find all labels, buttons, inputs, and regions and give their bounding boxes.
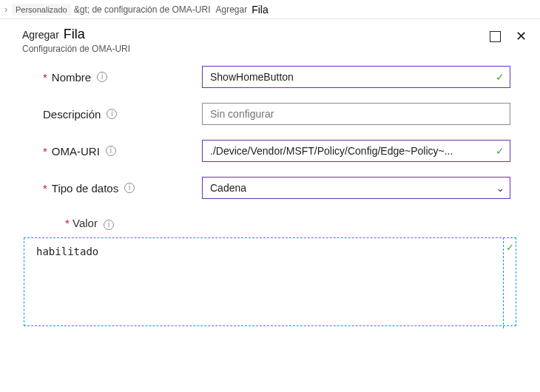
panel-header: Agregar Fila Configuración de OMA-URI ✕	[0, 19, 540, 58]
chevron-right-icon: ›	[3, 4, 9, 15]
breadcrumb: › Personalizado &gt; de configuración de…	[0, 0, 540, 19]
row-nombre: * Nombre i ✓	[43, 66, 510, 88]
label-descripcion: Descripción i	[43, 108, 202, 121]
label-tipo-datos-text: Tipo de datos	[52, 182, 118, 195]
breadcrumb-item-custom[interactable]: Personalizado	[12, 4, 71, 16]
descripcion-input[interactable]	[202, 103, 510, 125]
tipo-datos-value: Cadena	[210, 182, 246, 194]
required-asterisk: *	[65, 217, 70, 229]
row-omauri: * OMA-URI i ✓	[43, 140, 510, 162]
panel-controls: ✕	[490, 27, 527, 43]
nombre-input[interactable]	[202, 66, 510, 88]
breadcrumb-item-add-prefix: Agregar	[215, 4, 247, 15]
required-asterisk: *	[43, 71, 47, 84]
row-valor-label: * Valor i	[43, 214, 510, 237]
maximize-icon[interactable]	[490, 31, 501, 42]
breadcrumb-item-add-main: Fila	[252, 4, 269, 16]
panel-subtitle: Configuración de OMA-URI	[22, 44, 130, 54]
info-icon[interactable]: i	[104, 220, 114, 230]
label-valor-text: Valor	[72, 217, 98, 229]
field-tipo-datos: Cadena ⌄	[202, 177, 510, 199]
required-asterisk: *	[43, 182, 47, 195]
tipo-datos-select[interactable]: Cadena	[202, 177, 510, 199]
field-nombre: ✓	[202, 66, 510, 88]
info-icon[interactable]: i	[106, 146, 116, 156]
field-valor: ✓	[24, 237, 516, 328]
required-asterisk: *	[43, 145, 47, 158]
label-omauri-text: OMA-URI	[52, 145, 100, 158]
label-tipo-datos: * Tipo de datos i	[43, 182, 202, 195]
form-area: * Nombre i ✓ Descripción i * OMA-URI i ✓	[0, 58, 540, 237]
close-icon[interactable]: ✕	[516, 30, 527, 43]
panel-title-prefix: Agregar	[22, 29, 59, 41]
row-tipo-datos: * Tipo de datos i Cadena ⌄	[43, 177, 510, 199]
label-descripcion-text: Descripción	[43, 108, 101, 121]
breadcrumb-item-omauri[interactable]: &gt; de configuración de OMA-URI	[74, 4, 211, 15]
valor-textarea[interactable]	[24, 237, 516, 326]
panel-title-block: Agregar Fila Configuración de OMA-URI	[22, 27, 130, 54]
omauri-input[interactable]	[202, 140, 510, 162]
info-icon[interactable]: i	[124, 183, 135, 193]
field-descripcion	[202, 103, 510, 125]
label-omauri: * OMA-URI i	[43, 145, 202, 158]
info-icon[interactable]: i	[107, 109, 117, 119]
label-nombre: * Nombre i	[43, 71, 202, 84]
info-icon[interactable]: i	[97, 72, 107, 82]
field-omauri: ✓	[202, 140, 510, 162]
panel-title-main: Fila	[64, 27, 85, 42]
label-nombre-text: Nombre	[52, 71, 91, 84]
row-descripcion: Descripción i	[43, 103, 510, 125]
